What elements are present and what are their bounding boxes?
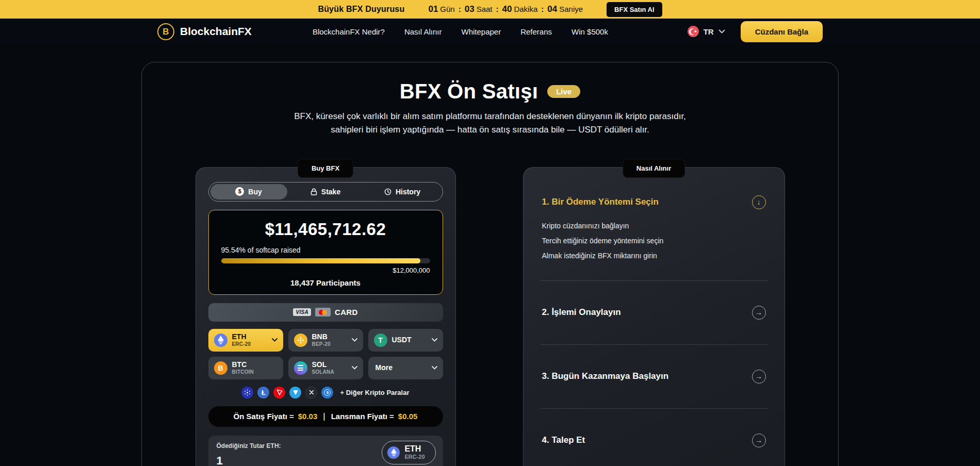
softcap-text: 95.54% of softcap raised (221, 246, 430, 254)
announcement-banner: Büyük BFX Duyurusu 01Gün : 03Saat : 40Da… (0, 0, 980, 19)
language-code: TR (704, 27, 714, 36)
live-badge: Live (547, 85, 580, 98)
nav-link-how-to-buy[interactable]: Nasıl Alınır (404, 27, 442, 36)
header: B BlockchainFX BlockchainFX Nedir? Nasıl… (0, 19, 980, 44)
raise-stats-box: $11,465,712.62 95.54% of softcap raised … (208, 210, 443, 295)
banner-title: Büyük BFX Duyurusu (318, 5, 404, 14)
currency-select[interactable]: ETH ERC-20 (382, 441, 435, 464)
chevron-down-icon (272, 338, 277, 342)
nav-link-referral[interactable]: Referans (520, 27, 552, 36)
cardano-icon (241, 387, 253, 398)
payment-option-sol[interactable]: SOLSOLANA (288, 357, 363, 379)
chevron-down-icon (432, 338, 437, 342)
payment-option-eth[interactable]: ETHERC-20 (208, 329, 283, 352)
other-cryptos-row: Ł $ + Diğer Kripto Paralar (208, 387, 443, 398)
how-card-tab-label: Nasıl Alınır (623, 159, 685, 178)
tron-icon (273, 387, 285, 398)
bnb-icon (294, 334, 307, 347)
nav-link-whitepaper[interactable]: Whitepaper (461, 27, 501, 36)
connect-wallet-button[interactable]: Cüzdanı Bağla (741, 21, 823, 42)
step-claim[interactable]: 4. Talep Et → (540, 408, 768, 466)
presale-section: BFX Ön Satışı Live BFX, küresel çok varl… (141, 62, 839, 466)
brand-logo-icon: B (157, 23, 174, 40)
payment-option-bnb[interactable]: BNBBEP-20 (288, 329, 363, 352)
nav-link-what-is[interactable]: BlockchainFX Nedir? (313, 27, 385, 36)
mastercard-icon (315, 308, 331, 317)
tab-stake[interactable]: Stake (287, 184, 364, 199)
arrow-right-circle-icon[interactable]: → (752, 306, 766, 320)
countdown-seconds: 04 (547, 4, 557, 14)
progress-fill (221, 258, 421, 263)
tab-history[interactable]: History (364, 184, 441, 199)
eth-icon (387, 446, 400, 459)
progress-bar (221, 258, 430, 263)
chevron-down-icon (352, 338, 357, 342)
how-to-buy-card: Nasıl Alınır 1. Bir Ödeme Yöntemi Seçin … (523, 167, 785, 466)
countdown-minutes: 40 (502, 4, 512, 14)
chevron-down-icon (432, 366, 437, 370)
buy-tabs: $ Buy Stake History (208, 182, 443, 202)
presale-price-label: Ön Satış Fiyatı = (234, 412, 294, 421)
amount-input[interactable] (217, 454, 330, 466)
banner-buy-button[interactable]: BFX Satın Al (607, 2, 662, 17)
price-info-bar: Ön Satış Fiyatı = $0.03 | Lansman Fiyatı… (208, 406, 443, 427)
usdt-icon: T (374, 334, 387, 347)
arrow-down-circle-icon[interactable]: ↓ (752, 195, 766, 209)
participants-count: 18,437 Participants (221, 278, 430, 287)
payment-option-more[interactable]: More (368, 357, 443, 379)
eth-icon (214, 334, 227, 347)
step-choose-payment[interactable]: 1. Bir Ödeme Yöntemi Seçin ↓ Kripto cüzd… (540, 195, 768, 280)
payment-option-btc[interactable]: B BTCBITCOIN (208, 357, 283, 379)
brand-logo[interactable]: B BlockchainFX (157, 23, 252, 40)
step-confirm-transaction[interactable]: 2. İşlemi Onaylayın → (540, 280, 768, 344)
countdown-days: 01 (428, 4, 438, 14)
turkish-flag-icon: ★ (688, 26, 699, 37)
step-details: Kripto cüzdanınızı bağlayın Tercih ettiğ… (542, 222, 766, 260)
language-selector[interactable]: ★ TR (688, 26, 725, 37)
litecoin-icon: Ł (257, 387, 269, 398)
amount-raised: $11,465,712.62 (221, 220, 430, 239)
other-cryptos-label: + Diğer Kripto Paralar (340, 389, 409, 396)
countdown: 01Gün : 03Saat : 40Dakika : 04Saniye (428, 4, 583, 14)
payment-option-usdt[interactable]: T USDT (368, 329, 443, 352)
main-nav: BlockchainFX Nedir? Nasıl Alınır Whitepa… (313, 27, 608, 36)
clock-icon (384, 188, 391, 195)
presale-price-value: $0.03 (298, 412, 318, 421)
payment-options-grid: ETHERC-20 BNBBEP-20 T USDT (208, 329, 443, 379)
pay-with-card-button[interactable]: VISA CARD (208, 303, 443, 322)
arrow-right-circle-icon[interactable]: → (752, 370, 766, 384)
launch-price-value: $0.05 (398, 412, 418, 421)
lock-icon (311, 188, 317, 195)
usdc-icon: $ (321, 387, 333, 398)
x-coin-icon (305, 387, 317, 398)
countdown-hours: 03 (465, 4, 475, 14)
nav-link-win-500k[interactable]: Win $500k (571, 27, 608, 36)
page-title: BFX Ön Satışı (400, 80, 538, 103)
dollar-icon: $ (235, 187, 244, 196)
arrow-right-circle-icon[interactable]: → (752, 434, 766, 447)
buy-widget-card: Buy BFX $ Buy Stake (195, 167, 456, 466)
buy-card-tab-label: Buy BFX (298, 159, 353, 178)
chevron-down-icon (352, 366, 357, 370)
launch-price-label: Lansman Fiyatı = (331, 412, 394, 421)
brand-name: BlockchainFX (180, 25, 252, 38)
hero-description: BFX, küresel çok varlıklı bir alım satım… (142, 110, 838, 137)
tab-buy[interactable]: $ Buy (210, 184, 287, 199)
amount-pay-box: Ödediğiniz Tutar ETH: ETH ERC-20 (208, 436, 443, 466)
softcap-goal: $12,000,000 (221, 267, 430, 274)
visa-icon: VISA (293, 308, 311, 316)
chevron-down-icon (718, 29, 725, 34)
ton-icon (289, 387, 301, 398)
sol-icon (294, 361, 307, 375)
step-start-earning[interactable]: 3. Bugün Kazanmaya Başlayın → (540, 344, 768, 408)
btc-icon: B (214, 361, 227, 375)
